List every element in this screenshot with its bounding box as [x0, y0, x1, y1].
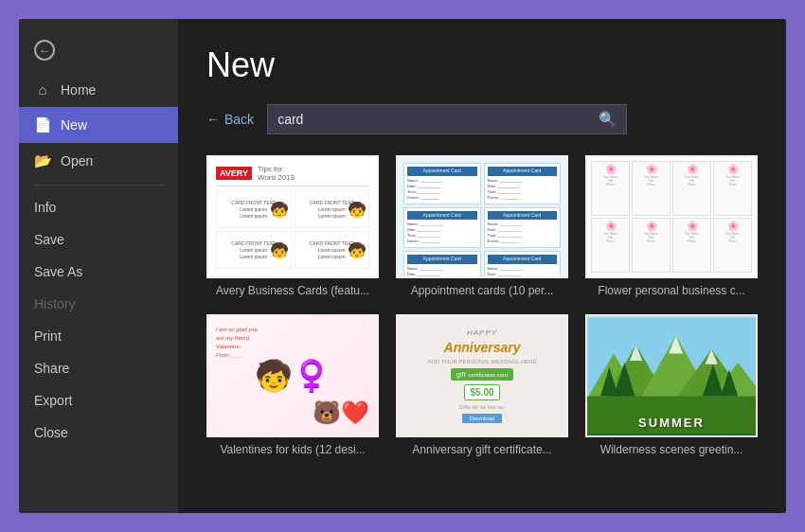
- sidebar-item-home[interactable]: ⌂ Home: [19, 72, 178, 107]
- template-label-appointment: Appointment cards (10 per...: [396, 284, 568, 297]
- sidebar-item-save-as[interactable]: Save As: [19, 256, 178, 288]
- template-card-wilderness[interactable]: SUMMER Wilderness scenes greetin...: [585, 314, 758, 456]
- template-grid: AVERY Tips forWord 2013 CARD FRONT TEXTL…: [206, 155, 758, 456]
- template-card-anniversary[interactable]: HAPPY Anniversary ADD YOUR PERSONAL MESS…: [396, 314, 568, 456]
- sidebar-close-label: Close: [34, 425, 68, 440]
- main-content: New ← Back 🔍 AVERY: [178, 19, 786, 513]
- search-input[interactable]: [268, 105, 589, 133]
- back-arrow-icon: ←: [206, 112, 220, 127]
- template-label-flower: Flower personal business c...: [585, 284, 758, 297]
- app-window: ← ⌂ Home 📄 New 📂 Open Info Save Save As …: [19, 19, 786, 513]
- sidebar-item-history: History: [19, 288, 178, 320]
- template-thumb-flower: 🌸 Your NameTitlePhone 🌸 Your NameTitlePh…: [585, 155, 758, 278]
- sidebar-item-export[interactable]: Export: [19, 384, 178, 417]
- template-label-wilderness: Wilderness scenes greetin...: [585, 443, 758, 456]
- home-icon: ⌂: [34, 81, 51, 98]
- back-circle-icon: ←: [34, 40, 55, 61]
- page-title: New: [206, 45, 758, 85]
- template-thumb-appointment: Appointment Card Name: ___________ Date:…: [396, 155, 568, 278]
- sidebar-save-label: Save: [34, 232, 64, 247]
- sidebar-item-open[interactable]: 📂 Open: [19, 143, 178, 179]
- template-card-appointment[interactable]: Appointment Card Name: ___________ Date:…: [396, 155, 568, 297]
- template-label-anniversary: Anniversary gift certificate...: [396, 443, 568, 456]
- sidebar-export-label: Export: [34, 393, 72, 408]
- sidebar-item-share[interactable]: Share: [19, 352, 178, 384]
- search-icon: 🔍: [599, 111, 617, 127]
- sidebar-print-label: Print: [34, 328, 62, 344]
- sidebar-item-print[interactable]: Print: [19, 320, 178, 352]
- back-nav-button[interactable]: ←: [19, 28, 178, 72]
- sidebar-item-info[interactable]: Info: [19, 191, 178, 223]
- back-link[interactable]: ← Back: [206, 112, 254, 127]
- sidebar-open-label: Open: [61, 153, 93, 168]
- template-card-avery[interactable]: AVERY Tips forWord 2013 CARD FRONT TEXTL…: [206, 155, 379, 297]
- back-link-label: Back: [224, 112, 254, 127]
- template-card-valentines[interactable]: I am so glad youare my friend.Valentine,…: [206, 314, 379, 456]
- new-doc-icon: 📄: [34, 116, 51, 133]
- template-card-flower[interactable]: 🌸 Your NameTitlePhone 🌸 Your NameTitlePh…: [585, 155, 758, 297]
- sidebar: ← ⌂ Home 📄 New 📂 Open Info Save Save As …: [19, 19, 178, 513]
- sidebar-home-label: Home: [61, 82, 96, 98]
- template-thumb-avery: AVERY Tips forWord 2013 CARD FRONT TEXTL…: [206, 155, 379, 278]
- sidebar-share-label: Share: [34, 361, 69, 376]
- template-thumb-wilderness: SUMMER: [585, 314, 758, 437]
- sidebar-new-label: New: [61, 117, 87, 133]
- sidebar-item-save[interactable]: Save: [19, 223, 178, 256]
- sidebar-divider: [34, 185, 163, 186]
- sidebar-save-as-label: Save As: [34, 264, 82, 279]
- search-bar: ← Back 🔍: [206, 104, 758, 134]
- sidebar-info-label: Info: [34, 200, 56, 215]
- template-label-valentines: Valentines for kids (12 desi...: [206, 443, 379, 456]
- search-input-wrap: 🔍: [267, 104, 627, 134]
- search-button[interactable]: 🔍: [589, 105, 626, 133]
- open-folder-icon: 📂: [34, 152, 51, 169]
- sidebar-item-close[interactable]: Close: [19, 417, 178, 449]
- template-thumb-valentines: I am so glad youare my friend.Valentine,…: [206, 314, 379, 437]
- sidebar-history-label: History: [34, 296, 76, 311]
- template-thumb-anniversary: HAPPY Anniversary ADD YOUR PERSONAL MESS…: [396, 314, 568, 437]
- sidebar-item-new[interactable]: 📄 New: [19, 107, 178, 143]
- template-label-avery: Avery Business Cards (featu...: [206, 284, 379, 297]
